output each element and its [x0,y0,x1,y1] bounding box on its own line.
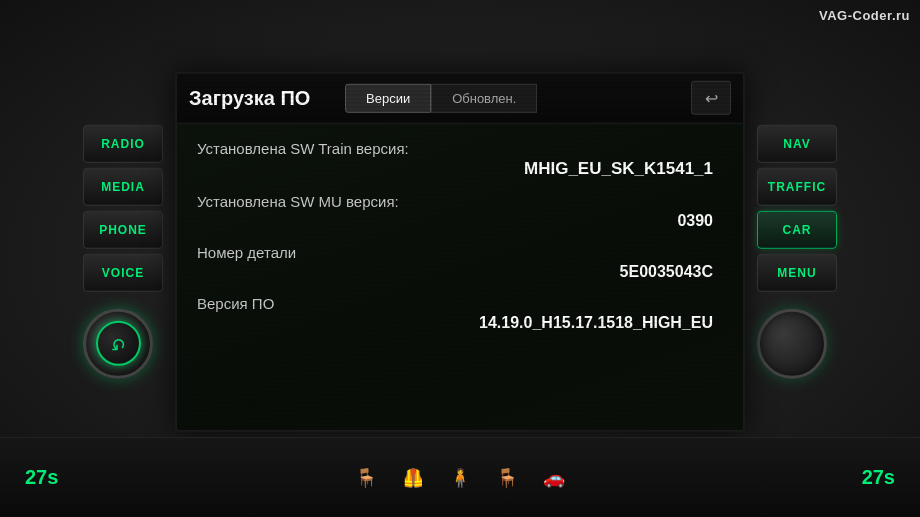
sw-mu-label: Установлена SW MU версия: [197,192,723,209]
menu-button[interactable]: MENU [757,253,837,291]
screen-content: Установлена SW Train версия: MHIG_EU_SK_… [177,123,743,429]
climate-bar: 27s 🪑 🦺 🧍 🪑 🚗 27s [0,437,920,517]
sw-train-row: Установлена SW Train версия: MHIG_EU_SK_… [197,139,723,178]
voice-button[interactable]: VOICE [83,253,163,291]
phone-button[interactable]: PHONE [83,210,163,248]
seat-heat-passenger-icon[interactable]: 🪑 [496,467,518,489]
center-unit: RADIO MEDIA PHONE VOICE ↺ Загрузка ПО [83,71,837,431]
sw-mu-value: 0390 [197,211,723,229]
passenger-icon[interactable]: 🧍 [449,467,471,489]
car-button[interactable]: CAR [757,210,837,248]
knob-arrow-icon: ↺ [111,332,126,354]
part-number-value: 5E0035043C [197,262,723,280]
back-button[interactable]: ↩ [691,81,731,115]
sw-train-value: MHIG_EU_SK_K1541_1 [197,158,723,178]
right-temp: 27s [862,466,895,489]
screen-title: Загрузка ПО [189,86,329,109]
nav-button[interactable]: NAV [757,124,837,162]
right-knob[interactable] [757,308,827,378]
media-button[interactable]: MEDIA [83,167,163,205]
left-temp: 27s [25,466,58,489]
car-lock-icon[interactable]: 🚗 [543,467,565,489]
screen-header: Загрузка ПО Версии Обновлен. ↩ [177,73,743,123]
sw-mu-row: Установлена SW MU версия: 0390 [197,192,723,229]
left-knob-inner: ↺ [96,321,141,366]
infotainment-screen: Загрузка ПО Версии Обновлен. ↩ Установле… [175,71,745,431]
right-buttons-panel: NAV TRAFFIC CAR MENU [757,124,837,378]
traffic-button[interactable]: TRAFFIC [757,167,837,205]
left-buttons-panel: RADIO MEDIA PHONE VOICE ↺ [83,124,163,378]
version-row: Версия ПО 14.19.0_H15.17.1518_HIGH_EU [197,294,723,331]
tab-versii[interactable]: Версии [345,83,431,112]
seat-belt-icon[interactable]: 🦺 [402,467,424,489]
watermark: VAG-Coder.ru [819,8,910,23]
sw-train-label: Установлена SW Train версия: [197,139,723,156]
version-label: Версия ПО [197,294,723,311]
radio-button[interactable]: RADIO [83,124,163,162]
part-number-row: Номер детали 5E0035043C [197,243,723,280]
part-number-label: Номер детали [197,243,723,260]
climate-icons: 🪑 🦺 🧍 🪑 🚗 [355,467,565,489]
seat-heat-driver-icon[interactable]: 🪑 [355,467,377,489]
left-knob[interactable]: ↺ [83,308,153,378]
tab-obnovlen[interactable]: Обновлен. [431,83,537,112]
tab-group: Версии Обновлен. [345,83,683,112]
main-frame: VAG-Coder.ru RADIO MEDIA PHONE VOICE ↺ [0,0,920,517]
version-value: 14.19.0_H15.17.1518_HIGH_EU [197,313,723,331]
